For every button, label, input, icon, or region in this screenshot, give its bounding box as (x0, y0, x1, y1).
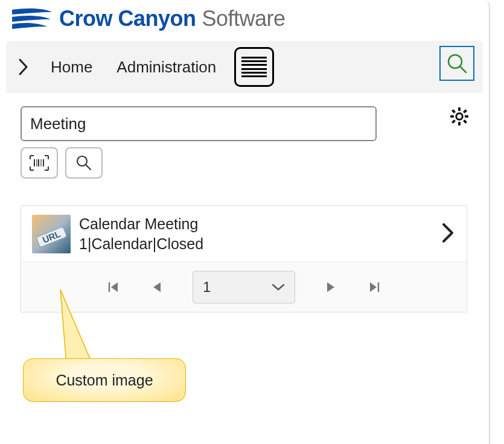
search-button[interactable] (65, 147, 103, 179)
barcode-icon (29, 154, 49, 171)
pager-last-button[interactable] (366, 279, 382, 295)
nav-administration[interactable]: Administration (110, 54, 222, 80)
search-icon (445, 52, 468, 75)
breadcrumb-expand-button[interactable] (14, 52, 33, 82)
barcode-scan-button[interactable] (21, 147, 58, 179)
pager-page-select[interactable]: 1 (193, 271, 295, 303)
search-input[interactable] (21, 106, 377, 141)
settings-button[interactable] (450, 107, 468, 128)
svg-marker-22 (111, 282, 118, 292)
result-subtitle: 1|Calendar|Closed (79, 234, 203, 254)
pager-next-button[interactable] (323, 279, 339, 295)
pager-prev-button[interactable] (149, 279, 165, 295)
svg-rect-15 (463, 119, 467, 124)
result-row[interactable]: URL Calendar Meeting 1|Calendar|Closed (21, 206, 467, 262)
chevron-right-icon (441, 222, 455, 246)
prev-icon (152, 281, 162, 293)
pager-first-button[interactable] (106, 279, 121, 295)
svg-rect-14 (451, 109, 456, 113)
svg-rect-16 (463, 109, 467, 113)
results-panel: URL Calendar Meeting 1|Calendar|Closed (21, 205, 467, 312)
nav-home[interactable]: Home (45, 54, 98, 80)
svg-point-9 (456, 113, 462, 119)
search-icon (75, 154, 93, 172)
svg-line-8 (86, 165, 91, 170)
menu-button[interactable] (234, 47, 274, 87)
result-thumbnail: URL (32, 215, 71, 253)
chevron-right-icon (18, 58, 29, 76)
hamburger-icon (241, 57, 267, 77)
skip-last-icon (368, 281, 381, 294)
gear-icon (450, 107, 468, 125)
pager-current-page: 1 (203, 279, 211, 296)
svg-rect-12 (450, 115, 454, 118)
svg-marker-25 (370, 282, 377, 292)
svg-rect-10 (458, 107, 461, 111)
annotation-label: Custom image (56, 372, 153, 389)
skip-first-icon (107, 281, 120, 294)
svg-marker-23 (153, 282, 161, 292)
annotation-callout: Custom image (23, 358, 186, 402)
brand-name-primary: Crow Canyon (59, 6, 196, 31)
svg-rect-13 (465, 115, 468, 118)
pagination: 1 (21, 262, 467, 312)
svg-line-1 (460, 66, 466, 72)
global-search-button[interactable] (439, 46, 474, 81)
brand-wing-icon (11, 6, 53, 31)
svg-rect-17 (451, 119, 456, 124)
chevron-down-icon (272, 283, 285, 291)
brand-name-secondary: Software (202, 6, 285, 31)
brand-logo: Crow Canyon Software (0, 0, 489, 34)
svg-rect-11 (458, 122, 461, 125)
top-navigation: Home Administration (6, 41, 483, 93)
result-title: Calendar Meeting (79, 214, 203, 234)
next-icon (325, 281, 336, 293)
svg-marker-24 (327, 282, 334, 292)
